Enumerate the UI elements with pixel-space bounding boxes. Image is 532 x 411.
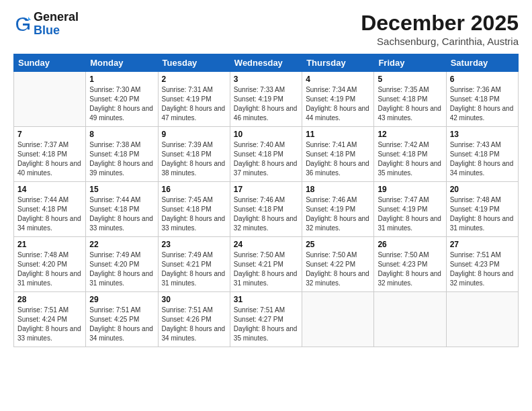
calendar-cell: 3Sunrise: 7:33 AM Sunset: 4:19 PM Daylig… — [230, 72, 302, 127]
day-info: Sunrise: 7:51 AM Sunset: 4:23 PM Dayligh… — [450, 250, 515, 288]
calendar-cell: 22Sunrise: 7:49 AM Sunset: 4:20 PM Dayli… — [86, 237, 158, 292]
day-number: 3 — [234, 75, 298, 84]
calendar-cell — [302, 292, 374, 347]
calendar-cell: 2Sunrise: 7:31 AM Sunset: 4:19 PM Daylig… — [158, 72, 230, 127]
week-row-1: 7Sunrise: 7:37 AM Sunset: 4:18 PM Daylig… — [14, 127, 519, 182]
day-info: Sunrise: 7:51 AM Sunset: 4:25 PM Dayligh… — [89, 306, 154, 343]
calendar-cell: 12Sunrise: 7:42 AM Sunset: 4:18 PM Dayli… — [374, 127, 446, 182]
day-info: Sunrise: 7:39 AM Sunset: 4:18 PM Dayligh… — [162, 140, 226, 178]
day-number: 21 — [17, 240, 82, 249]
calendar-cell: 6Sunrise: 7:36 AM Sunset: 4:18 PM Daylig… — [446, 72, 518, 127]
day-number: 16 — [162, 185, 226, 194]
column-header-sunday: Sunday — [14, 54, 86, 72]
day-number: 28 — [17, 295, 82, 304]
location-title: Sachsenburg, Carinthia, Austria — [361, 36, 519, 47]
week-row-4: 28Sunrise: 7:51 AM Sunset: 4:24 PM Dayli… — [14, 292, 519, 347]
day-info: Sunrise: 7:35 AM Sunset: 4:18 PM Dayligh… — [378, 85, 442, 123]
day-number: 24 — [234, 240, 298, 249]
column-header-tuesday: Tuesday — [158, 54, 230, 72]
day-info: Sunrise: 7:45 AM Sunset: 4:18 PM Dayligh… — [162, 195, 226, 233]
day-number: 31 — [234, 295, 298, 304]
calendar-table: SundayMondayTuesdayWednesdayThursdayFrid… — [13, 54, 519, 347]
day-number: 10 — [234, 130, 298, 139]
day-info: Sunrise: 7:46 AM Sunset: 4:18 PM Dayligh… — [234, 195, 298, 233]
column-header-monday: Monday — [86, 54, 158, 72]
title-block: December 2025 Sachsenburg, Carinthia, Au… — [361, 11, 519, 47]
calendar-cell: 31Sunrise: 7:51 AM Sunset: 4:27 PM Dayli… — [230, 292, 302, 347]
calendar-cell: 30Sunrise: 7:51 AM Sunset: 4:26 PM Dayli… — [158, 292, 230, 347]
day-number: 25 — [306, 240, 370, 249]
week-row-3: 21Sunrise: 7:48 AM Sunset: 4:20 PM Dayli… — [14, 237, 519, 292]
day-number: 26 — [378, 240, 442, 249]
calendar-cell: 21Sunrise: 7:48 AM Sunset: 4:20 PM Dayli… — [14, 237, 86, 292]
calendar-cell: 24Sunrise: 7:50 AM Sunset: 4:21 PM Dayli… — [230, 237, 302, 292]
day-number: 8 — [89, 130, 154, 139]
calendar-cell: 1Sunrise: 7:30 AM Sunset: 4:20 PM Daylig… — [86, 72, 158, 127]
day-info: Sunrise: 7:33 AM Sunset: 4:19 PM Dayligh… — [234, 85, 298, 123]
day-info: Sunrise: 7:47 AM Sunset: 4:19 PM Dayligh… — [378, 195, 442, 233]
header: General Blue December 2025 Sachsenburg, … — [13, 11, 519, 47]
day-number: 22 — [89, 240, 154, 249]
week-row-0: 1Sunrise: 7:30 AM Sunset: 4:20 PM Daylig… — [14, 72, 519, 127]
column-header-friday: Friday — [374, 54, 446, 72]
day-number: 6 — [450, 75, 515, 84]
calendar-cell: 29Sunrise: 7:51 AM Sunset: 4:25 PM Dayli… — [86, 292, 158, 347]
calendar-cell: 26Sunrise: 7:50 AM Sunset: 4:23 PM Dayli… — [374, 237, 446, 292]
day-info: Sunrise: 7:43 AM Sunset: 4:18 PM Dayligh… — [450, 140, 515, 178]
day-number: 18 — [306, 185, 370, 194]
calendar-cell: 19Sunrise: 7:47 AM Sunset: 4:19 PM Dayli… — [374, 182, 446, 237]
logo-line1: General — [34, 11, 79, 24]
day-number: 7 — [17, 130, 82, 139]
calendar-cell: 15Sunrise: 7:44 AM Sunset: 4:18 PM Dayli… — [86, 182, 158, 237]
calendar-cell: 17Sunrise: 7:46 AM Sunset: 4:18 PM Dayli… — [230, 182, 302, 237]
calendar-cell: 7Sunrise: 7:37 AM Sunset: 4:18 PM Daylig… — [14, 127, 86, 182]
day-info: Sunrise: 7:49 AM Sunset: 4:20 PM Dayligh… — [89, 250, 154, 288]
day-info: Sunrise: 7:34 AM Sunset: 4:19 PM Dayligh… — [306, 85, 370, 123]
calendar-cell: 16Sunrise: 7:45 AM Sunset: 4:18 PM Dayli… — [158, 182, 230, 237]
calendar-cell: 23Sunrise: 7:49 AM Sunset: 4:21 PM Dayli… — [158, 237, 230, 292]
logo: General Blue — [13, 11, 79, 38]
calendar-cell: 10Sunrise: 7:40 AM Sunset: 4:18 PM Dayli… — [230, 127, 302, 182]
day-number: 11 — [306, 130, 370, 139]
day-info: Sunrise: 7:31 AM Sunset: 4:19 PM Dayligh… — [162, 85, 226, 123]
day-info: Sunrise: 7:41 AM Sunset: 4:18 PM Dayligh… — [306, 140, 370, 178]
page: General Blue December 2025 Sachsenburg, … — [0, 0, 532, 411]
day-info: Sunrise: 7:50 AM Sunset: 4:22 PM Dayligh… — [306, 250, 370, 288]
day-number: 4 — [306, 75, 370, 84]
day-info: Sunrise: 7:30 AM Sunset: 4:20 PM Dayligh… — [89, 85, 154, 123]
calendar-header-row: SundayMondayTuesdayWednesdayThursdayFrid… — [14, 54, 519, 72]
day-number: 5 — [378, 75, 442, 84]
calendar-cell: 5Sunrise: 7:35 AM Sunset: 4:18 PM Daylig… — [374, 72, 446, 127]
day-info: Sunrise: 7:48 AM Sunset: 4:19 PM Dayligh… — [450, 195, 515, 233]
day-number: 30 — [162, 295, 226, 304]
column-header-thursday: Thursday — [302, 54, 374, 72]
calendar-cell: 13Sunrise: 7:43 AM Sunset: 4:18 PM Dayli… — [446, 127, 518, 182]
day-number: 29 — [89, 295, 154, 304]
week-row-2: 14Sunrise: 7:44 AM Sunset: 4:18 PM Dayli… — [14, 182, 519, 237]
day-number: 23 — [162, 240, 226, 249]
calendar-cell: 8Sunrise: 7:38 AM Sunset: 4:18 PM Daylig… — [86, 127, 158, 182]
day-info: Sunrise: 7:50 AM Sunset: 4:21 PM Dayligh… — [234, 250, 298, 288]
day-info: Sunrise: 7:46 AM Sunset: 4:19 PM Dayligh… — [306, 195, 370, 233]
day-number: 12 — [378, 130, 442, 139]
column-header-wednesday: Wednesday — [230, 54, 302, 72]
calendar-cell: 18Sunrise: 7:46 AM Sunset: 4:19 PM Dayli… — [302, 182, 374, 237]
day-info: Sunrise: 7:50 AM Sunset: 4:23 PM Dayligh… — [378, 250, 442, 288]
day-info: Sunrise: 7:36 AM Sunset: 4:18 PM Dayligh… — [450, 85, 515, 123]
day-number: 13 — [450, 130, 515, 139]
day-info: Sunrise: 7:51 AM Sunset: 4:24 PM Dayligh… — [17, 306, 82, 343]
day-number: 9 — [162, 130, 226, 139]
calendar-cell: 11Sunrise: 7:41 AM Sunset: 4:18 PM Dayli… — [302, 127, 374, 182]
day-number: 17 — [234, 185, 298, 194]
day-info: Sunrise: 7:38 AM Sunset: 4:18 PM Dayligh… — [89, 140, 154, 178]
day-info: Sunrise: 7:49 AM Sunset: 4:21 PM Dayligh… — [162, 250, 226, 288]
day-info: Sunrise: 7:42 AM Sunset: 4:18 PM Dayligh… — [378, 140, 442, 178]
day-number: 14 — [17, 185, 82, 194]
day-number: 27 — [450, 240, 515, 249]
calendar-cell: 14Sunrise: 7:44 AM Sunset: 4:18 PM Dayli… — [14, 182, 86, 237]
day-info: Sunrise: 7:37 AM Sunset: 4:18 PM Dayligh… — [17, 140, 82, 178]
day-info: Sunrise: 7:48 AM Sunset: 4:20 PM Dayligh… — [17, 250, 82, 288]
calendar-cell: 4Sunrise: 7:34 AM Sunset: 4:19 PM Daylig… — [302, 72, 374, 127]
month-title: December 2025 — [361, 11, 519, 36]
logo-line2: Blue — [34, 24, 79, 38]
